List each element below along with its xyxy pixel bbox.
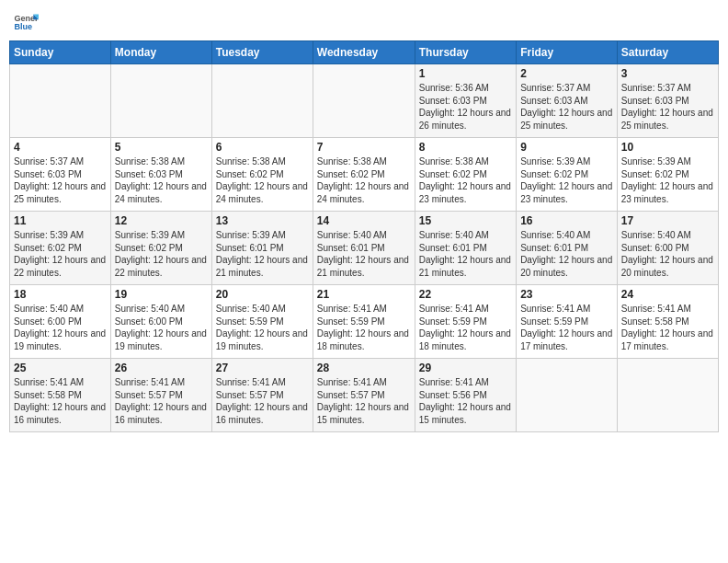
day-info: Sunrise: 5:38 AMSunset: 6:02 PMDaylight:… [419,155,512,205]
calendar-day-7: 7Sunrise: 5:38 AMSunset: 6:02 PMDaylight… [313,138,415,212]
calendar-day-20: 20Sunrise: 5:40 AMSunset: 5:59 PMDayligh… [211,285,313,359]
day-number: 17 [621,214,714,227]
day-info: Sunrise: 5:39 AMSunset: 6:02 PMDaylight:… [115,229,208,279]
day-number: 15 [419,214,512,227]
calendar-empty-cell [517,359,618,432]
day-number: 22 [419,288,512,301]
day-info: Sunrise: 5:37 AMSunset: 6:03 AMDaylight:… [520,82,613,132]
calendar-day-28: 28Sunrise: 5:41 AMSunset: 5:57 PMDayligh… [313,359,415,432]
day-number: 21 [317,288,411,301]
day-info: Sunrise: 5:38 AMSunset: 6:02 PMDaylight:… [216,155,309,205]
day-number: 29 [419,362,512,374]
day-info: Sunrise: 5:39 AMSunset: 6:02 PMDaylight:… [14,229,107,279]
calendar-day-23: 23Sunrise: 5:41 AMSunset: 5:59 PMDayligh… [517,285,618,359]
day-number: 28 [317,362,411,374]
svg-text:Blue: Blue [14,22,32,31]
calendar-day-10: 10Sunrise: 5:39 AMSunset: 6:02 PMDayligh… [617,138,718,212]
day-info: Sunrise: 5:41 AMSunset: 5:57 PMDaylight:… [216,376,309,426]
calendar-day-14: 14Sunrise: 5:40 AMSunset: 6:01 PMDayligh… [313,212,415,285]
day-info: Sunrise: 5:40 AMSunset: 6:00 PMDaylight:… [115,303,208,352]
day-number: 9 [520,141,613,154]
calendar-day-5: 5Sunrise: 5:38 AMSunset: 6:03 PMDaylight… [110,138,211,212]
day-info: Sunrise: 5:40 AMSunset: 5:59 PMDaylight:… [216,303,309,352]
calendar-day-25: 25Sunrise: 5:41 AMSunset: 5:58 PMDayligh… [10,359,111,432]
calendar-day-12: 12Sunrise: 5:39 AMSunset: 6:02 PMDayligh… [110,212,211,285]
calendar-day-22: 22Sunrise: 5:41 AMSunset: 5:59 PMDayligh… [415,285,516,359]
calendar-day-19: 19Sunrise: 5:40 AMSunset: 6:00 PMDayligh… [110,285,211,359]
day-number: 10 [621,141,714,154]
day-info: Sunrise: 5:39 AMSunset: 6:02 PMDaylight:… [621,155,714,205]
calendar-day-27: 27Sunrise: 5:41 AMSunset: 5:57 PMDayligh… [211,359,313,432]
day-number: 26 [115,362,208,374]
weekday-wednesday: Wednesday [313,41,415,64]
calendar-day-29: 29Sunrise: 5:41 AMSunset: 5:56 PMDayligh… [415,359,516,432]
day-info: Sunrise: 5:39 AMSunset: 6:01 PMDaylight:… [216,229,309,279]
day-number: 8 [419,141,512,154]
day-info: Sunrise: 5:40 AMSunset: 6:00 PMDaylight:… [14,303,107,352]
day-number: 13 [216,214,309,227]
calendar-day-11: 11Sunrise: 5:39 AMSunset: 6:02 PMDayligh… [10,212,111,285]
day-info: Sunrise: 5:36 AMSunset: 6:03 PMDaylight:… [419,82,512,132]
calendar-day-9: 9Sunrise: 5:39 AMSunset: 6:02 PMDaylight… [517,138,618,212]
day-info: Sunrise: 5:41 AMSunset: 5:58 PMDaylight:… [14,376,107,426]
day-info: Sunrise: 5:41 AMSunset: 5:59 PMDaylight:… [520,303,613,352]
day-number: 1 [419,67,512,80]
day-info: Sunrise: 5:40 AMSunset: 6:01 PMDaylight:… [520,229,613,279]
day-info: Sunrise: 5:41 AMSunset: 5:59 PMDaylight:… [317,303,411,352]
day-number: 19 [115,288,208,301]
calendar-empty-cell [10,64,111,138]
day-number: 5 [115,141,208,154]
calendar-day-21: 21Sunrise: 5:41 AMSunset: 5:59 PMDayligh… [313,285,415,359]
day-number: 20 [216,288,309,301]
day-info: Sunrise: 5:39 AMSunset: 6:02 PMDaylight:… [520,155,613,205]
day-number: 24 [621,288,714,301]
calendar-day-3: 3Sunrise: 5:37 AMSunset: 6:03 PMDaylight… [617,64,718,138]
calendar-empty-cell [110,64,211,138]
day-info: Sunrise: 5:37 AMSunset: 6:03 PMDaylight:… [14,155,107,205]
day-info: Sunrise: 5:41 AMSunset: 5:56 PMDaylight:… [419,376,512,426]
day-info: Sunrise: 5:38 AMSunset: 6:03 PMDaylight:… [115,155,208,205]
day-info: Sunrise: 5:41 AMSunset: 5:59 PMDaylight:… [419,303,512,352]
calendar-day-2: 2Sunrise: 5:37 AMSunset: 6:03 AMDaylight… [517,64,618,138]
page-header: General Blue [9,9,719,35]
day-number: 12 [115,214,208,227]
day-info: Sunrise: 5:41 AMSunset: 5:57 PMDaylight:… [115,376,208,426]
day-number: 3 [621,67,714,80]
day-number: 7 [317,141,411,154]
day-info: Sunrise: 5:38 AMSunset: 6:02 PMDaylight:… [317,155,411,205]
weekday-thursday: Thursday [415,41,516,64]
day-number: 11 [14,214,107,227]
calendar-week-2: 4Sunrise: 5:37 AMSunset: 6:03 PMDaylight… [10,138,719,212]
calendar-day-4: 4Sunrise: 5:37 AMSunset: 6:03 PMDaylight… [10,138,111,212]
day-number: 23 [520,288,613,301]
weekday-friday: Friday [517,41,618,64]
calendar-empty-cell [617,359,718,432]
calendar-week-3: 11Sunrise: 5:39 AMSunset: 6:02 PMDayligh… [10,212,719,285]
weekday-saturday: Saturday [617,41,718,64]
calendar-day-13: 13Sunrise: 5:39 AMSunset: 6:01 PMDayligh… [211,212,313,285]
logo: General Blue [13,9,39,35]
day-number: 2 [520,67,613,80]
day-number: 18 [14,288,107,301]
calendar-table: SundayMondayTuesdayWednesdayThursdayFrid… [9,40,719,432]
calendar-day-15: 15Sunrise: 5:40 AMSunset: 6:01 PMDayligh… [415,212,516,285]
day-info: Sunrise: 5:40 AMSunset: 6:01 PMDaylight:… [317,229,411,279]
weekday-sunday: Sunday [10,41,111,64]
logo-icon: General Blue [13,9,39,35]
calendar-week-4: 18Sunrise: 5:40 AMSunset: 6:00 PMDayligh… [10,285,719,359]
calendar-day-6: 6Sunrise: 5:38 AMSunset: 6:02 PMDaylight… [211,138,313,212]
calendar-week-5: 25Sunrise: 5:41 AMSunset: 5:58 PMDayligh… [10,359,719,432]
weekday-monday: Monday [110,41,211,64]
calendar-day-17: 17Sunrise: 5:40 AMSunset: 6:00 PMDayligh… [617,212,718,285]
calendar-day-16: 16Sunrise: 5:40 AMSunset: 6:01 PMDayligh… [517,212,618,285]
calendar-empty-cell [313,64,415,138]
calendar-day-1: 1Sunrise: 5:36 AMSunset: 6:03 PMDaylight… [415,64,516,138]
calendar-day-8: 8Sunrise: 5:38 AMSunset: 6:02 PMDaylight… [415,138,516,212]
day-number: 14 [317,214,411,227]
day-info: Sunrise: 5:40 AMSunset: 6:01 PMDaylight:… [419,229,512,279]
day-number: 25 [14,362,107,374]
calendar-day-24: 24Sunrise: 5:41 AMSunset: 5:58 PMDayligh… [617,285,718,359]
day-info: Sunrise: 5:41 AMSunset: 5:58 PMDaylight:… [621,303,714,352]
calendar-day-26: 26Sunrise: 5:41 AMSunset: 5:57 PMDayligh… [110,359,211,432]
calendar-week-1: 1Sunrise: 5:36 AMSunset: 6:03 PMDaylight… [10,64,719,138]
